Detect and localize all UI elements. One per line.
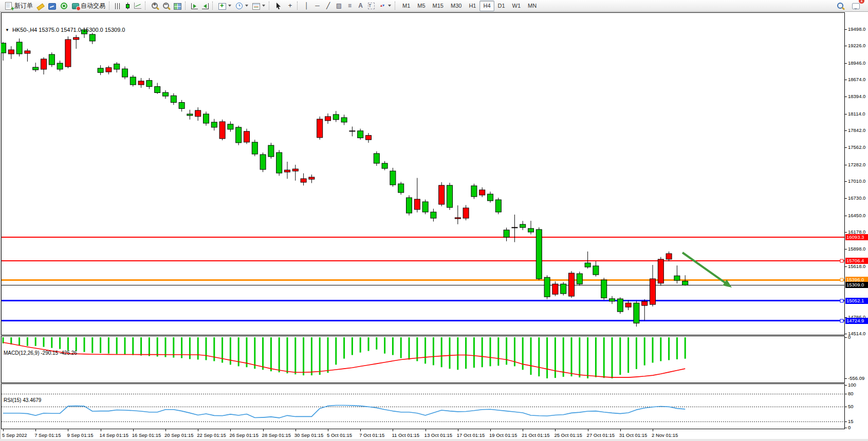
candle bbox=[146, 81, 152, 87]
toolbar: 新订单 自动交易 M1 M5 M15 M30 H1 H4 D1 W1 MN bbox=[0, 0, 868, 12]
timeframe-w1[interactable]: W1 bbox=[509, 1, 525, 11]
indicators-button[interactable] bbox=[216, 0, 233, 12]
rsi-indicator-label: RSI(15) 43.4679 bbox=[4, 397, 41, 403]
candle bbox=[512, 227, 518, 228]
timeframe-m1[interactable]: M1 bbox=[399, 1, 414, 11]
trendline-button[interactable] bbox=[323, 0, 334, 12]
crosshair-icon bbox=[287, 3, 293, 9]
candle bbox=[374, 154, 379, 163]
candle bbox=[642, 301, 648, 305]
timeframe-m5[interactable]: M5 bbox=[414, 1, 429, 11]
hline-anchor[interactable] bbox=[840, 299, 843, 302]
candle bbox=[341, 118, 347, 122]
timeframe-m15[interactable]: M15 bbox=[429, 1, 447, 11]
candle bbox=[276, 152, 282, 173]
periods-button[interactable] bbox=[233, 0, 250, 12]
indicators-icon bbox=[218, 3, 226, 10]
candle bbox=[504, 230, 509, 237]
candle bbox=[285, 170, 290, 172]
candle bbox=[333, 114, 339, 120]
toolbar-separator bbox=[269, 2, 271, 10]
cursor-button[interactable] bbox=[273, 0, 285, 12]
candle bbox=[8, 50, 14, 54]
bar-chart-icon bbox=[115, 3, 121, 9]
candle bbox=[219, 122, 225, 139]
vertical-line-button[interactable] bbox=[301, 0, 312, 12]
candle bbox=[471, 186, 477, 197]
highlighter-button[interactable] bbox=[35, 0, 46, 12]
auto-scroll-icon bbox=[191, 3, 198, 9]
new-order-button[interactable]: 新订单 bbox=[2, 0, 35, 12]
timeframe-m30[interactable]: M30 bbox=[447, 1, 465, 11]
hline-anchor[interactable] bbox=[840, 259, 843, 262]
timeframe-h4[interactable]: H4 bbox=[479, 1, 494, 11]
fibonacci-icon bbox=[346, 2, 353, 9]
candle bbox=[349, 131, 355, 131]
candle bbox=[593, 266, 599, 275]
auto-trading-button[interactable]: 自动交易 bbox=[70, 0, 107, 12]
toolbar-separator bbox=[395, 2, 397, 10]
candle bbox=[301, 179, 306, 182]
candle bbox=[187, 114, 193, 116]
timeframe-d1[interactable]: D1 bbox=[494, 1, 509, 11]
hline-anchor[interactable] bbox=[840, 278, 843, 281]
chart-shift-button[interactable] bbox=[200, 0, 211, 12]
candle bbox=[528, 228, 534, 232]
candle bbox=[33, 67, 39, 70]
collapse-triangle-icon[interactable]: ▼ bbox=[5, 28, 9, 32]
candle bbox=[228, 124, 233, 129]
tile-windows-button[interactable] bbox=[172, 0, 183, 12]
candle bbox=[73, 37, 79, 40]
horizontal-line-button[interactable] bbox=[312, 0, 323, 12]
text-label-button[interactable] bbox=[366, 0, 377, 12]
timeframe-mn[interactable]: MN bbox=[524, 1, 540, 11]
candle bbox=[610, 299, 615, 301]
candle bbox=[325, 117, 331, 121]
candle bbox=[41, 59, 47, 69]
text-label-icon bbox=[368, 3, 375, 9]
text-button[interactable] bbox=[355, 0, 366, 12]
toolbar-separator bbox=[145, 2, 147, 10]
hline-anchor[interactable] bbox=[840, 319, 843, 322]
candle bbox=[130, 77, 136, 85]
text-icon bbox=[357, 2, 364, 9]
equidistant-channel-button[interactable] bbox=[334, 0, 344, 12]
candle bbox=[407, 198, 412, 213]
candle bbox=[252, 142, 257, 154]
candle bbox=[155, 87, 160, 93]
candle bbox=[138, 81, 144, 85]
symbol-ohlc-line: ▼ HK50-,H4 15375.0 15471.0 15300.0 15309… bbox=[5, 27, 125, 33]
candlestick-icon bbox=[125, 3, 130, 9]
line-chart-button[interactable] bbox=[132, 0, 143, 12]
auto-scroll-button[interactable] bbox=[189, 0, 200, 12]
candlestick-chart-button[interactable] bbox=[123, 0, 132, 12]
pane-border bbox=[2, 336, 845, 383]
market-watch-icon bbox=[48, 3, 56, 10]
zoom-out-button[interactable] bbox=[160, 0, 172, 12]
new-order-label: 新订单 bbox=[14, 2, 33, 10]
candle bbox=[204, 114, 209, 123]
candle bbox=[585, 263, 590, 267]
candle bbox=[650, 279, 656, 304]
zoom-in-button[interactable] bbox=[149, 0, 160, 12]
crosshair-button[interactable] bbox=[285, 0, 296, 12]
candle bbox=[179, 103, 184, 109]
templates-button[interactable] bbox=[250, 0, 267, 12]
templates-icon bbox=[252, 3, 260, 10]
signal-button[interactable] bbox=[58, 0, 70, 12]
candle bbox=[65, 40, 71, 67]
candle bbox=[16, 42, 22, 54]
search-button[interactable] bbox=[835, 0, 846, 12]
candle bbox=[666, 254, 672, 259]
fibonacci-button[interactable] bbox=[344, 0, 355, 12]
candle bbox=[122, 69, 128, 77]
toolbar-separator bbox=[109, 2, 112, 10]
market-watch-button[interactable] bbox=[46, 0, 58, 12]
candle bbox=[577, 274, 582, 284]
bar-chart-button[interactable] bbox=[113, 0, 123, 12]
arrows-icon bbox=[379, 2, 386, 9]
arrows-button[interactable] bbox=[377, 0, 393, 12]
timeframe-h1[interactable]: H1 bbox=[465, 1, 479, 11]
notifications-button[interactable]: 1 bbox=[850, 0, 862, 12]
pane-border bbox=[2, 13, 845, 335]
